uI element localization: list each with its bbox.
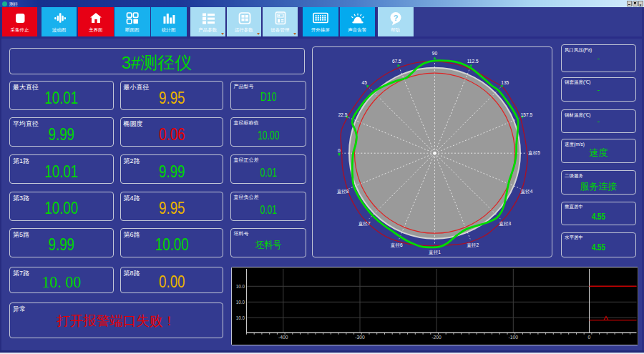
svg-text:直径7: 直径7 <box>358 220 371 225</box>
svg-text:90: 90 <box>432 51 438 56</box>
svg-text:直径8: 直径8 <box>337 188 349 193</box>
svg-text:-200: -200 <box>431 335 441 340</box>
svg-text:-400: -400 <box>278 335 288 340</box>
svg-text:112.5: 112.5 <box>467 59 479 64</box>
svg-text:10.0: 10.0 <box>235 315 245 320</box>
svg-text:直径5: 直径5 <box>528 150 540 155</box>
svg-text:0: 0 <box>587 335 590 340</box>
svg-text:10.0: 10.0 <box>235 300 245 305</box>
svg-text:直径4: 直径4 <box>520 188 532 193</box>
svg-text:157.5: 157.5 <box>521 112 533 117</box>
svg-text:直径3: 直径3 <box>499 220 511 225</box>
svg-text:-100: -100 <box>508 335 518 340</box>
svg-text:0: 0 <box>338 147 341 152</box>
svg-text:135: 135 <box>501 80 509 85</box>
svg-text:?: ? <box>393 14 398 22</box>
svg-text:45: 45 <box>362 80 368 85</box>
svg-text:-300: -300 <box>355 335 365 340</box>
svg-text:67.5: 67.5 <box>392 59 401 64</box>
svg-text:直径2: 直径2 <box>467 242 479 247</box>
svg-text:直径1: 直径1 <box>429 250 441 255</box>
svg-text:10.0: 10.0 <box>235 284 245 289</box>
svg-text:22.5: 22.5 <box>338 112 348 117</box>
svg-text:直径6: 直径6 <box>391 242 403 247</box>
